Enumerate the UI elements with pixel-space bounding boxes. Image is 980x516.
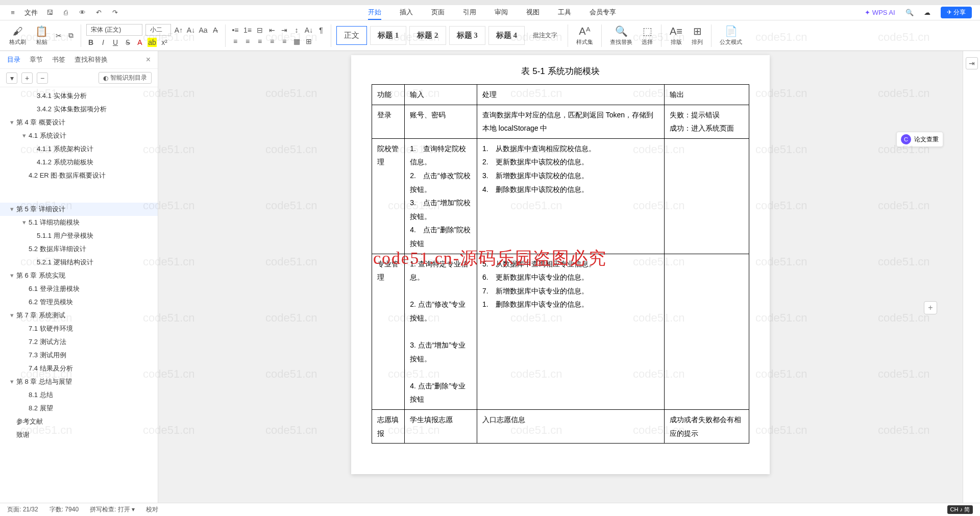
- nav-item[interactable]: 7.3 测试用例: [0, 349, 158, 362]
- font-size-select[interactable]: 小二: [145, 24, 171, 36]
- sort-button[interactable]: ⊞排列: [689, 25, 706, 46]
- menu-tab-5[interactable]: 视图: [526, 6, 540, 20]
- rail-dock-icon[interactable]: ⇥: [966, 57, 978, 69]
- redo-icon[interactable]: ↷: [110, 8, 119, 17]
- grow-font-icon[interactable]: A↑: [174, 26, 183, 35]
- align-left-icon[interactable]: ≡: [231, 37, 240, 46]
- nav-item[interactable]: ▾4.1 系统设计: [0, 129, 158, 142]
- nav-item[interactable]: ▾5.1 详细功能模块: [0, 216, 158, 229]
- bullets-icon[interactable]: •≡: [231, 26, 240, 35]
- strike-icon[interactable]: S̶: [123, 38, 132, 47]
- save-icon[interactable]: 🖫: [45, 8, 54, 17]
- change-case-icon[interactable]: Aa: [199, 26, 208, 35]
- nav-level-select[interactable]: ▾: [6, 72, 17, 84]
- app-menu-icon[interactable]: ≡: [8, 8, 17, 17]
- nav-item[interactable]: 5.1.1 用户登录模块: [0, 229, 158, 242]
- select-button[interactable]: ⬚选择: [639, 25, 656, 46]
- style-comment[interactable]: 批注文字: [528, 31, 562, 40]
- cut-icon[interactable]: ✂: [54, 31, 63, 40]
- find-replace-button[interactable]: 🔍查找替换: [607, 25, 635, 46]
- paper-check-button[interactable]: C 论文查重: [896, 132, 943, 147]
- nav-item[interactable]: 4.2 ER 图·数据库概要设计: [0, 169, 158, 182]
- align-distribute-icon[interactable]: ≡: [280, 37, 289, 46]
- nav-item[interactable]: 参考文献: [0, 415, 158, 428]
- borders-icon[interactable]: ⊞: [304, 37, 313, 46]
- ai-detect-toc-button[interactable]: ◐ 智能识别目录: [99, 72, 152, 84]
- font-color-icon[interactable]: A: [135, 38, 144, 47]
- nav-tab-sections[interactable]: 章节: [30, 55, 43, 64]
- nav-tab-toc[interactable]: 目录: [7, 55, 20, 64]
- align-justify-icon[interactable]: ≡: [267, 37, 277, 46]
- bold-icon[interactable]: B: [86, 38, 95, 47]
- cloud-icon[interactable]: ☁: [924, 9, 930, 16]
- menu-tab-7[interactable]: 会员专享: [590, 6, 616, 20]
- nav-item[interactable]: ▾第 7 章 系统测试: [0, 309, 158, 322]
- menu-tab-3[interactable]: 引用: [463, 6, 476, 20]
- font-name-select[interactable]: 宋体 (正文): [86, 24, 142, 36]
- nav-item[interactable]: 致谢: [0, 428, 158, 441]
- nav-item[interactable]: 7.4 结果及分析: [0, 362, 158, 375]
- undo-icon[interactable]: ↶: [94, 8, 103, 17]
- nav-item[interactable]: ▾第 6 章 系统实现: [0, 269, 158, 282]
- nav-item[interactable]: 4.1.1 系统架构设计: [0, 142, 158, 156]
- nav-item[interactable]: ▾第 8 章 总结与展望: [0, 375, 158, 388]
- menu-tab-2[interactable]: 页面: [431, 6, 445, 20]
- nav-item[interactable]: 6.2 管理员模块: [0, 296, 158, 309]
- sort-icon[interactable]: A↓: [304, 26, 313, 35]
- nav-item[interactable]: 4.1.2 系统功能板块: [0, 156, 158, 169]
- status-ime[interactable]: CH ♪ 简: [947, 505, 973, 514]
- menu-tab-1[interactable]: 插入: [400, 6, 413, 20]
- nav-item[interactable]: 7.2 测试方法: [0, 335, 158, 349]
- style-set-button[interactable]: Aᴬ样式集: [573, 25, 596, 46]
- file-menu[interactable]: 文件: [24, 8, 38, 17]
- clear-format-icon[interactable]: A̶: [211, 26, 220, 35]
- menu-tab-6[interactable]: 工具: [558, 6, 571, 20]
- indent-icon[interactable]: ⇥: [280, 26, 289, 35]
- arrange-button[interactable]: A≡排版: [667, 26, 685, 46]
- nav-item[interactable]: 5.2.1 逻辑结构设计: [0, 256, 158, 269]
- status-words[interactable]: 字数: 7940: [50, 505, 79, 514]
- nav-item[interactable]: ▾第 4 章 概要设计: [0, 116, 158, 129]
- document-canvas[interactable]: 表 5-1 系统功能模块 功能输入处理输出 登录账号、密码查询数据库中对应的信息…: [158, 51, 963, 503]
- nav-item[interactable]: 5.2 数据库详细设计: [0, 242, 158, 256]
- gov-mode-button[interactable]: 📄公文模式: [717, 25, 745, 46]
- style-h1[interactable]: 标题 1: [370, 26, 406, 45]
- search-icon[interactable]: 🔍: [905, 9, 914, 16]
- multilevel-icon[interactable]: ⊟: [255, 26, 264, 35]
- italic-icon[interactable]: I: [99, 38, 108, 47]
- print-preview-icon[interactable]: 👁: [78, 8, 87, 17]
- highlight-icon[interactable]: ab: [148, 38, 157, 47]
- print-icon[interactable]: ⎙: [61, 8, 70, 17]
- showmarks-icon[interactable]: ¶: [316, 26, 326, 35]
- style-body[interactable]: 正文: [336, 26, 367, 45]
- add-comment-button[interactable]: +: [924, 301, 937, 314]
- paste-button[interactable]: 📋粘贴: [32, 25, 51, 46]
- nav-tab-find[interactable]: 查找和替换: [75, 55, 108, 64]
- nav-tab-bookmarks[interactable]: 书签: [52, 55, 65, 64]
- align-right-icon[interactable]: ≡: [255, 37, 264, 46]
- nav-expand-button[interactable]: +: [21, 72, 33, 84]
- shrink-font-icon[interactable]: A↓: [186, 26, 195, 35]
- nav-item[interactable]: 7.1 软硬件环境: [0, 322, 158, 335]
- nav-item[interactable]: 8.1 总结: [0, 388, 158, 402]
- status-proof[interactable]: 校对: [146, 505, 158, 514]
- linespacing-icon[interactable]: ↕: [292, 26, 301, 35]
- menu-tab-4[interactable]: 审阅: [495, 6, 508, 20]
- nav-item[interactable]: ▾第 5 章 详细设计: [0, 203, 158, 216]
- align-center-icon[interactable]: ≡: [243, 37, 252, 46]
- nav-item[interactable]: 8.2 展望: [0, 402, 158, 415]
- style-h4[interactable]: 标题 4: [488, 26, 525, 45]
- style-h3[interactable]: 标题 3: [449, 26, 485, 45]
- nav-close-icon[interactable]: ×: [146, 55, 151, 64]
- nav-item[interactable]: 6.1 登录注册模块: [0, 282, 158, 296]
- style-h2[interactable]: 标题 2: [409, 26, 446, 45]
- copy-icon[interactable]: ⧉: [66, 31, 76, 40]
- status-page[interactable]: 页面: 21/32: [7, 505, 38, 514]
- nav-item[interactable]: 3.4.1 实体集分析: [0, 89, 158, 103]
- nav-collapse-button[interactable]: −: [37, 72, 48, 84]
- shading-icon[interactable]: ▦: [292, 37, 301, 46]
- superscript-icon[interactable]: x²: [160, 38, 169, 47]
- numbering-icon[interactable]: 1≡: [243, 26, 252, 35]
- status-spell[interactable]: 拼写检查: 打开 ▾: [90, 505, 135, 514]
- outdent-icon[interactable]: ⇤: [267, 26, 277, 35]
